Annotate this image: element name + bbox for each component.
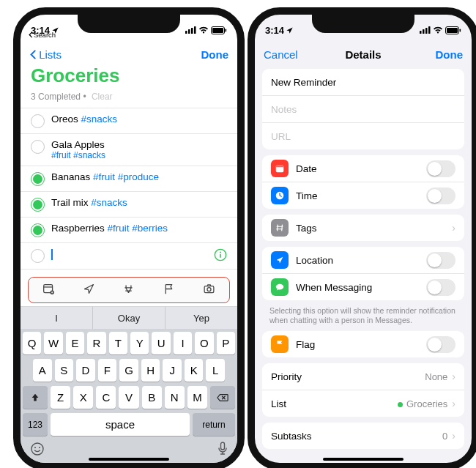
location-row[interactable]: Location (262, 247, 464, 273)
key[interactable]: M (187, 386, 207, 409)
reminder-text: Trail mix #snacks (51, 197, 127, 208)
notes-field[interactable]: Notes (262, 95, 464, 122)
time-row[interactable]: Time (262, 182, 464, 209)
home-indicator[interactable] (89, 458, 169, 461)
wifi-icon (198, 26, 209, 34)
group-title: New Reminder Notes URL (262, 69, 464, 149)
radio-unchecked[interactable] (31, 140, 45, 154)
tag-icon[interactable] (122, 283, 135, 298)
key[interactable]: D (76, 359, 95, 382)
key[interactable]: G (119, 359, 138, 382)
key[interactable]: N (165, 386, 185, 409)
clear-completed[interactable]: Clear (92, 92, 113, 102)
flag-icon[interactable] (163, 283, 175, 298)
flag-icon (271, 335, 289, 353)
shift-key[interactable] (23, 386, 48, 409)
key[interactable]: T (109, 332, 127, 354)
key[interactable]: S (55, 359, 74, 382)
date-row[interactable]: Date (262, 155, 464, 182)
key[interactable]: E (66, 332, 84, 354)
numeric-key[interactable]: 123 (23, 413, 48, 436)
chevron-left-icon (28, 31, 33, 38)
prediction[interactable]: I (21, 307, 92, 329)
cancel-button[interactable]: Cancel (264, 48, 298, 61)
time-toggle[interactable] (426, 187, 455, 204)
group-flag: Flag (262, 331, 464, 357)
key[interactable]: J (163, 359, 182, 382)
radio-checked[interactable] (31, 172, 45, 186)
key[interactable]: F (98, 359, 117, 382)
svg-point-17 (39, 447, 40, 448)
key[interactable]: B (142, 386, 162, 409)
key[interactable]: I (174, 332, 192, 354)
key[interactable]: Y (130, 332, 149, 354)
radio-checked[interactable] (31, 223, 45, 237)
group-priority-list: Priority None › List Groceries › (262, 363, 464, 417)
svg-rect-1 (188, 29, 190, 34)
radio-unchecked[interactable] (31, 114, 45, 128)
svg-rect-18 (221, 442, 225, 450)
title-field[interactable]: New Reminder (262, 69, 464, 95)
key[interactable]: A (33, 359, 52, 382)
back-lists-button[interactable]: Lists (29, 48, 62, 61)
svg-rect-22 (428, 26, 431, 34)
reminder-item[interactable]: Oreos #snacks (21, 108, 237, 134)
info-icon[interactable] (214, 248, 227, 264)
return-key[interactable]: return (193, 413, 235, 436)
key[interactable]: C (96, 386, 116, 409)
back-to-search[interactable]: Search (28, 31, 56, 39)
flag-row[interactable]: Flag (262, 331, 464, 357)
reminder-item[interactable]: Gala Apples #fruit #snacks (21, 134, 237, 166)
key[interactable]: O (195, 332, 213, 354)
reminder-item[interactable]: Raspberries #fruit #berries (21, 218, 237, 243)
key[interactable]: U (152, 332, 170, 354)
camera-icon[interactable] (203, 283, 215, 298)
reminder-item[interactable]: Bananas #fruit #produce (21, 166, 237, 192)
reminder-text: Raspberries #fruit #berries (51, 223, 168, 234)
location-toggle[interactable] (426, 252, 455, 269)
priority-row[interactable]: Priority None › (262, 363, 464, 390)
subtasks-row[interactable]: Subtasks 0 › (262, 423, 464, 449)
status-icons (185, 26, 227, 34)
prediction[interactable]: Yep (165, 307, 237, 329)
tags-row[interactable]: Tags › (262, 215, 464, 241)
reminder-input[interactable] (51, 248, 53, 260)
dictation-key[interactable] (217, 442, 228, 459)
messaging-toggle[interactable] (426, 279, 455, 296)
messaging-row[interactable]: When Messaging (262, 273, 464, 300)
key[interactable]: K (185, 359, 204, 382)
key[interactable]: R (87, 332, 105, 354)
location-icon[interactable] (83, 283, 95, 298)
key[interactable]: P (217, 332, 235, 354)
date-toggle[interactable] (426, 160, 455, 177)
calendar-icon[interactable] (42, 283, 55, 298)
radio-unchecked[interactable] (31, 249, 45, 263)
status-time: 3:14 (265, 25, 294, 36)
done-button[interactable]: Done (201, 48, 229, 61)
key[interactable]: H (141, 359, 160, 382)
key[interactable]: Z (51, 386, 70, 409)
flag-toggle[interactable] (426, 336, 455, 353)
key[interactable]: Q (23, 332, 41, 354)
prediction[interactable]: Okay (92, 307, 165, 329)
backspace-key[interactable] (210, 386, 235, 409)
reminder-item-new[interactable] (21, 243, 237, 270)
radio-checked[interactable] (31, 198, 45, 212)
key[interactable]: V (119, 386, 138, 409)
list-row[interactable]: List Groceries › (262, 390, 464, 417)
group-date-time: Date Time (262, 155, 464, 209)
clock-icon (271, 187, 289, 204)
svg-rect-3 (194, 26, 196, 34)
notch (78, 14, 180, 33)
svg-point-15 (31, 443, 43, 455)
svg-rect-6 (226, 29, 227, 31)
emoji-key[interactable] (30, 442, 45, 459)
space-key[interactable]: space (51, 413, 190, 436)
home-indicator[interactable] (323, 458, 404, 461)
key[interactable]: L (206, 359, 225, 382)
done-button[interactable]: Done (436, 48, 464, 61)
key[interactable]: X (73, 386, 93, 409)
key[interactable]: W (44, 332, 62, 354)
reminder-item[interactable]: Trail mix #snacks (21, 192, 237, 218)
url-field[interactable]: URL (262, 122, 464, 149)
